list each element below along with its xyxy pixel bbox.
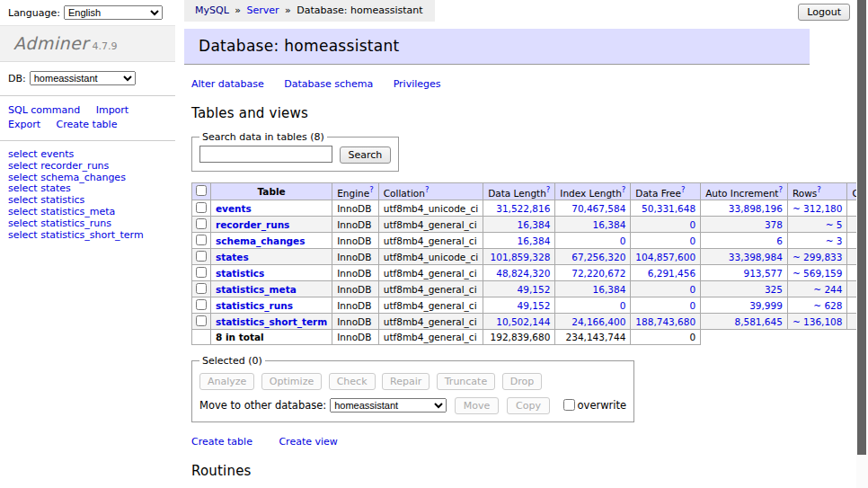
index-length-link[interactable]: 0 bbox=[620, 300, 626, 311]
sidebar-link-import[interactable]: Import bbox=[96, 104, 129, 117]
rows-help-link[interactable]: ? bbox=[817, 185, 821, 194]
data-length-link[interactable]: 16,384 bbox=[518, 235, 551, 246]
row-select-cell bbox=[192, 314, 211, 330]
data-length-link[interactable]: 16,384 bbox=[518, 219, 551, 230]
breadcrumb-link-mysql[interactable]: MySQL bbox=[195, 4, 229, 16]
check-button[interactable]: Check bbox=[329, 373, 376, 390]
sidebar-item-select-statistics-meta[interactable]: select statistics_meta bbox=[8, 207, 175, 218]
auto-increment-link[interactable]: 33,898,196 bbox=[729, 203, 783, 214]
index-length-link[interactable]: 67,256,320 bbox=[571, 252, 625, 262]
sidebar-item-select-events[interactable]: select events bbox=[8, 149, 175, 161]
index-length-link[interactable]: 0 bbox=[620, 235, 626, 246]
copy-button[interactable]: Copy bbox=[507, 397, 550, 414]
auto-increment-link[interactable]: 913,577 bbox=[744, 268, 783, 279]
create-table-link[interactable]: Create table bbox=[191, 436, 252, 448]
data-free-link[interactable]: 50,331,648 bbox=[642, 203, 695, 214]
auto-increment-link[interactable]: 8,581,645 bbox=[734, 316, 782, 327]
alter-database-link[interactable]: Alter database bbox=[191, 78, 264, 90]
data-free-link[interactable]: 0 bbox=[689, 284, 695, 295]
table-name-link[interactable]: states bbox=[216, 252, 249, 262]
sidebar-item-select-recorder-runs[interactable]: select recorder_runs bbox=[8, 161, 175, 173]
rows-link[interactable]: ~ 5 bbox=[826, 219, 843, 230]
index-length-link[interactable]: 16,384 bbox=[593, 219, 626, 230]
index-length-link[interactable]: 70,467,584 bbox=[571, 203, 625, 214]
table-name-link[interactable]: statistics_meta bbox=[216, 284, 297, 295]
rows-link[interactable]: ~ 136,108 bbox=[793, 316, 843, 327]
data-length-link[interactable]: 49,152 bbox=[518, 300, 551, 311]
data-free-link[interactable]: 0 bbox=[689, 235, 695, 246]
collation-help-link[interactable]: ? bbox=[425, 185, 430, 194]
vertical-scrollbar[interactable] bbox=[856, 0, 868, 488]
data-free-link[interactable]: 0 bbox=[689, 219, 695, 230]
table-name-link[interactable]: statistics bbox=[216, 268, 264, 279]
breadcrumb-link-server[interactable]: Server bbox=[247, 4, 279, 16]
data-free-link[interactable]: 6,291,456 bbox=[648, 268, 695, 279]
table-name-link[interactable]: events bbox=[216, 203, 252, 214]
sidebar-item-select-statistics-short-term[interactable]: select statistics_short_term bbox=[8, 230, 175, 242]
move-db-select[interactable]: homeassistant bbox=[330, 398, 447, 413]
data-length-link[interactable]: 101,859,328 bbox=[491, 252, 551, 262]
data-length-link[interactable]: 10,502,144 bbox=[496, 316, 550, 327]
row-checkbox[interactable] bbox=[196, 315, 207, 326]
data-length-link[interactable]: 48,824,320 bbox=[496, 268, 550, 279]
index-length-link[interactable]: 16,384 bbox=[593, 284, 626, 295]
sidebar-link-sql-command[interactable]: SQL command bbox=[8, 104, 80, 117]
row-checkbox[interactable] bbox=[196, 299, 207, 310]
data-length-link[interactable]: 31,522,816 bbox=[496, 203, 550, 214]
index-length-cell: 67,256,320 bbox=[555, 249, 631, 265]
truncate-button[interactable]: Truncate bbox=[437, 373, 495, 390]
privileges-link[interactable]: Privileges bbox=[394, 78, 441, 90]
data-free-link[interactable]: 188,743,680 bbox=[635, 316, 695, 327]
analyze-button[interactable]: Analyze bbox=[199, 373, 254, 390]
search-button[interactable]: Search bbox=[340, 146, 392, 164]
language-select[interactable]: English bbox=[64, 5, 163, 20]
data-free-link[interactable]: 104,857,600 bbox=[635, 252, 695, 262]
rows-link[interactable]: ~ 3 bbox=[826, 235, 843, 246]
search-input[interactable] bbox=[199, 146, 332, 163]
drop-button[interactable]: Drop bbox=[502, 373, 542, 390]
index-length-link[interactable]: 72,220,672 bbox=[571, 268, 625, 279]
select-all-checkbox[interactable] bbox=[196, 185, 207, 196]
data-free-help-link[interactable]: ? bbox=[681, 185, 686, 194]
sidebar-link-export[interactable]: Export bbox=[8, 119, 40, 131]
logout-button[interactable]: Logout bbox=[798, 4, 850, 21]
create-view-link[interactable]: Create view bbox=[279, 436, 337, 448]
auto-increment-link[interactable]: 325 bbox=[765, 284, 783, 295]
row-checkbox[interactable] bbox=[196, 251, 207, 262]
row-checkbox[interactable] bbox=[196, 283, 207, 294]
database-schema-link[interactable]: Database schema bbox=[284, 78, 373, 90]
rows-link[interactable]: ~ 312,180 bbox=[793, 203, 843, 214]
auto-increment-help-link[interactable]: ? bbox=[778, 185, 783, 194]
table-name-link[interactable]: statistics_runs bbox=[216, 300, 293, 311]
auto-increment-link[interactable]: 33,398,984 bbox=[729, 252, 783, 262]
scrollbar-thumb[interactable] bbox=[857, 0, 866, 455]
table-name-link[interactable]: schema_changes bbox=[216, 235, 306, 246]
rows-link[interactable]: ~ 569,159 bbox=[793, 268, 843, 279]
auto-increment-link[interactable]: 378 bbox=[765, 219, 783, 230]
optimize-button[interactable]: Optimize bbox=[261, 373, 322, 390]
auto-increment-link[interactable]: 6 bbox=[776, 235, 783, 246]
auto-increment-link[interactable]: 39,999 bbox=[749, 300, 783, 311]
engine-help-link[interactable]: ? bbox=[369, 185, 374, 194]
row-checkbox[interactable] bbox=[196, 267, 207, 278]
table-name-link[interactable]: recorder_runs bbox=[216, 219, 289, 230]
app-version[interactable]: 4.7.9 bbox=[93, 40, 118, 52]
db-select[interactable]: homeassistant bbox=[30, 71, 136, 85]
repair-button[interactable]: Repair bbox=[382, 373, 430, 390]
sidebar-item-select-statistics-runs[interactable]: select statistics_runs bbox=[8, 218, 175, 230]
index-length-help-link[interactable]: ? bbox=[622, 185, 626, 194]
data-free-link[interactable]: 0 bbox=[689, 300, 695, 311]
index-length-link[interactable]: 24,166,400 bbox=[571, 316, 625, 327]
row-checkbox[interactable] bbox=[196, 235, 207, 245]
overwrite-checkbox[interactable] bbox=[563, 399, 575, 411]
sidebar-link-create-table[interactable]: Create table bbox=[57, 119, 118, 131]
rows-link[interactable]: ~ 244 bbox=[813, 284, 842, 295]
row-checkbox[interactable] bbox=[196, 202, 207, 213]
rows-link[interactable]: ~ 299,833 bbox=[793, 252, 843, 262]
row-checkbox[interactable] bbox=[196, 218, 207, 229]
data-length-link[interactable]: 49,152 bbox=[518, 284, 551, 295]
table-name-link[interactable]: statistics_short_term bbox=[216, 316, 327, 327]
move-button[interactable]: Move bbox=[455, 397, 500, 414]
data-length-help-link[interactable]: ? bbox=[546, 185, 551, 194]
rows-link[interactable]: ~ 628 bbox=[813, 300, 842, 311]
